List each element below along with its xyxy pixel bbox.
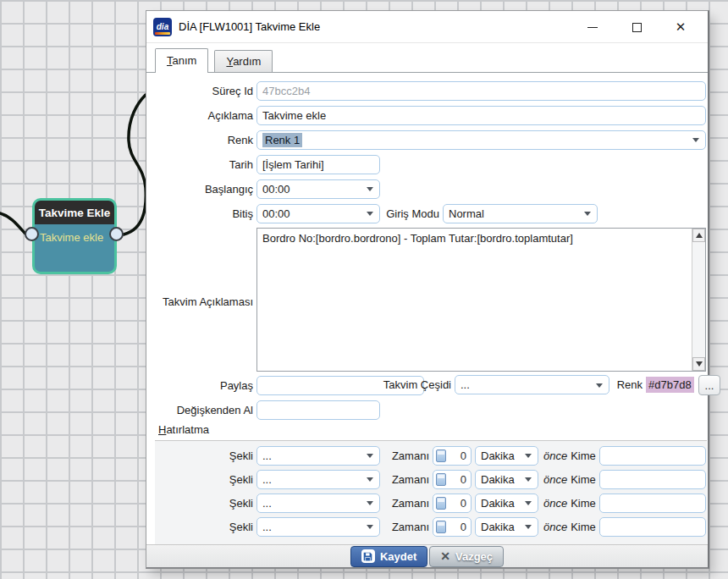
degiskenden-al-row: Değişkenden Al [158,400,706,420]
takvim-cesidi-select[interactable]: ... [455,375,609,394]
renk-select[interactable]: Renk 1 [256,130,706,150]
scroll-down-button[interactable] [692,357,705,371]
zamani-input[interactable]: 0 [433,470,472,489]
reminder-row-3: Şekli ... Zamanı 0 Dakika önce Kime [158,493,706,513]
unit-value: Dakika [481,473,515,486]
once-label: önce [543,521,567,533]
degiskenden-al-input[interactable] [256,400,380,420]
flow-canvas: Takvime Ekle Takvime ekle dia DİA [FLW10… [0,0,728,579]
maximize-button[interactable] [615,11,659,43]
bitis-label: Bitiş [158,207,253,220]
triangle-up-icon [696,233,703,238]
node-output-port[interactable] [109,227,124,241]
renk-label: Renk [158,134,253,146]
minimize-button[interactable] [571,11,615,43]
kime-input[interactable] [599,470,706,489]
chevron-down-icon [525,477,532,482]
zamani-label: Zamanı [385,497,429,510]
kime-input[interactable] [599,494,706,513]
kime-label: Kime [571,497,596,510]
close-icon: ✕ [676,19,687,35]
sekli-select[interactable]: ... [256,470,380,489]
sekli-select[interactable]: ... [256,446,380,466]
paylas-label: Paylaş [158,379,253,392]
unit-value: Dakika [481,449,515,462]
unit-select[interactable]: Dakika [475,470,538,489]
triangle-down-icon [696,361,703,367]
wire-left [0,213,25,234]
zamani-input[interactable]: 0 [433,494,472,513]
once-label: önce [543,449,567,462]
giris-modu-label: Giriş Modu [383,207,439,220]
flow-node-takvime-ekle[interactable]: Takvime Ekle Takvime ekle [32,198,117,274]
sekli-value: ... [262,521,272,533]
renk-selected-value: Renk 1 [262,133,302,147]
chevron-down-icon [525,525,532,529]
tab-bar: Tanım Yardım [146,48,708,73]
chevron-down-icon [692,138,699,142]
degiskenden-al-label: Değişkenden Al [158,404,253,416]
reminder-row-4: Şekli ... Zamanı 0 Dakika önce Kime [158,516,706,537]
chevron-down-icon [367,454,373,458]
kime-label: Kime [571,449,596,462]
zamani-label: Zamanı [385,449,429,462]
wire-right [124,95,146,234]
sekli-select[interactable]: ... [256,494,380,513]
tab-yardim-accel: Y [226,55,233,68]
scroll-up-button[interactable] [692,229,705,242]
bitis-row: Bitiş 00:00 Giriş Modu Normal [158,203,706,223]
zamani-value: 0 [446,449,471,462]
zamani-input[interactable]: 0 [433,517,472,537]
calculator-icon [436,449,446,462]
aciklama-label: Açıklama [158,109,253,122]
aciklama-input[interactable] [256,106,706,125]
kime-input[interactable] [599,517,706,537]
tab-tanim-label: anım [173,54,197,67]
zamani-input[interactable]: 0 [433,446,472,466]
chevron-down-icon [367,477,373,482]
chevron-down-icon [367,212,373,216]
unit-value: Dakika [481,521,515,533]
hatirlatma-accel: H [158,423,166,436]
tab-yardim[interactable]: Yardım [214,50,273,72]
zamani-value: 0 [446,473,471,486]
aciklama-row: Açıklama [158,105,706,125]
bitis-value: 00:00 [262,207,290,220]
chevron-down-icon [525,454,532,458]
unit-select[interactable]: Dakika [475,517,538,537]
sekli-label: Şekli [158,497,253,510]
dialog-titlebar[interactable]: dia DİA [FLW1001] Takvime Ekle ✕ [146,11,708,43]
baslangic-row: Başlangıç 00:00 [158,179,706,199]
unit-select[interactable]: Dakika [475,446,538,466]
kime-label: Kime [571,473,596,486]
save-icon [361,549,375,563]
surec-id-input [256,81,706,101]
once-label: önce [543,497,567,510]
chevron-down-icon [367,525,373,529]
kime-input[interactable] [599,446,706,466]
giris-modu-select[interactable]: Normal [443,204,598,223]
takvim-aciklamasi-textarea[interactable]: Bordro No:[bordro.bordrono] - Toplam Tut… [256,228,706,372]
node-input-port[interactable] [25,227,39,241]
chevron-down-icon [596,383,603,388]
renk-hex-value[interactable]: #d7b7d8 [646,377,694,393]
chevron-down-icon [525,501,532,505]
zamani-value: 0 [446,497,471,510]
save-button[interactable]: Kaydet [350,546,427,567]
close-button[interactable]: ✕ [659,11,703,43]
paylas-row: Paylaş Takvim Çeşidi ... Renk #d7b7d8 ..… [158,375,706,395]
renk-picker-button[interactable]: ... [698,375,720,395]
sekli-select[interactable]: ... [256,517,380,537]
surec-id-label: Süreç Id [158,85,253,97]
takvim-aciklamasi-label: Takvim Açıklaması [158,295,253,308]
unit-select[interactable]: Dakika [475,494,538,513]
tarih-input[interactable] [256,155,380,174]
sekli-value: ... [262,449,272,462]
baslangic-select[interactable]: 00:00 [256,179,380,199]
tab-tanim[interactable]: Tanım [155,48,208,73]
cancel-button[interactable]: ✕ Vazgeç [429,546,504,567]
textarea-scrollbar[interactable] [692,229,705,371]
baslangic-value: 00:00 [262,183,290,196]
bitis-select[interactable]: 00:00 [256,204,380,223]
zamani-label: Zamanı [385,521,429,533]
